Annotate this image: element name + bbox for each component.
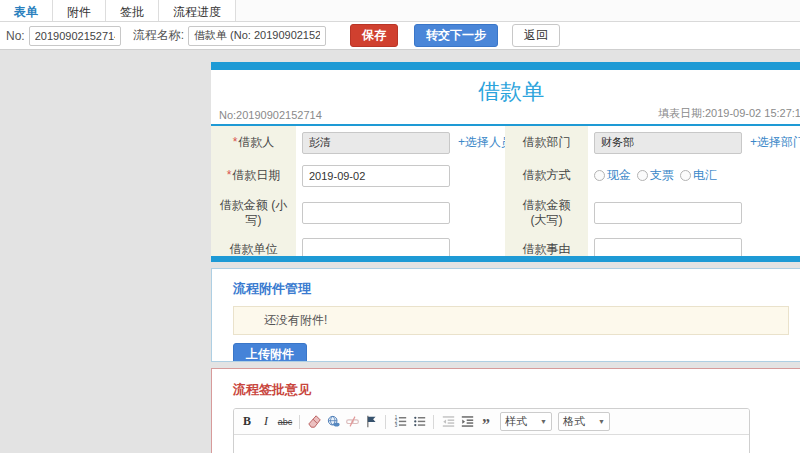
required-mark: * [233, 135, 238, 150]
top-tab-bar: 表单 附件 签批 流程进度 [0, 0, 800, 22]
loan-date-input[interactable] [302, 165, 450, 187]
method-radio-check[interactable]: 支票 [637, 167, 674, 184]
method-radio-cash[interactable]: 现金 [594, 167, 631, 184]
loan-unit-input[interactable] [302, 238, 450, 260]
borrower-input[interactable] [302, 132, 450, 154]
toolbar-separator [299, 415, 300, 429]
doc-number: No:20190902152714 [219, 109, 322, 121]
form-meta-row: No:20190902152714 填表日期:2019-09-02 15:27:… [211, 108, 800, 126]
back-button[interactable]: 返回 [512, 24, 560, 47]
upload-attachment-button[interactable]: 上传附件 [233, 343, 307, 362]
link-icon[interactable] [325, 414, 341, 430]
approval-panel-title: 流程签批意见 [212, 369, 800, 399]
tab-form[interactable]: 表单 [0, 0, 53, 21]
unlink-icon[interactable] [344, 414, 360, 430]
loan-unit-label: 借款单位 [211, 234, 296, 262]
toolbar-separator [433, 415, 434, 429]
tab-approval[interactable]: 签批 [106, 0, 159, 21]
fill-date: 填表日期:2019-09-02 15:27:1 [658, 106, 800, 121]
amount-lower-input[interactable] [302, 202, 450, 224]
radio-icon[interactable] [680, 170, 691, 181]
loan-reason-label: 借款事由 [505, 234, 588, 262]
amount-upper-input[interactable] [594, 202, 742, 224]
radio-icon[interactable] [594, 170, 605, 181]
anchor-flag-icon[interactable] [363, 414, 379, 430]
no-input[interactable] [29, 26, 121, 46]
editor-content-area[interactable] [234, 435, 749, 453]
attachment-panel-title: 流程附件管理 [212, 269, 800, 298]
italic-button[interactable]: I [258, 414, 274, 430]
select-department-link[interactable]: +选择部门 [750, 134, 800, 151]
outdent-icon[interactable] [440, 414, 456, 430]
strikethrough-button[interactable]: abc [277, 414, 293, 430]
amount-lower-label: 借款金额 (小写) [211, 192, 296, 234]
ordered-list-icon[interactable]: 123 [392, 414, 408, 430]
amount-upper-label: 借款金额 (大写) [505, 192, 588, 234]
action-toolbar: No: 流程名称: 保存 转交下一步 返回 [0, 22, 800, 50]
svg-text:3: 3 [394, 423, 397, 428]
save-button[interactable]: 保存 [350, 24, 398, 47]
tab-process-progress[interactable]: 流程进度 [159, 0, 236, 21]
process-name-label: 流程名称: [133, 27, 184, 44]
loan-date-label: * 借款日期 [211, 159, 296, 192]
indent-icon[interactable] [459, 414, 475, 430]
rich-text-editor: B I abc [233, 408, 750, 453]
format-dropdown[interactable]: 格式 ▼ [558, 412, 610, 431]
no-label: No: [6, 29, 25, 43]
approval-panel: 流程签批意见 B I abc [211, 368, 800, 453]
bold-button[interactable]: B [239, 414, 255, 430]
tab-attachments[interactable]: 附件 [53, 0, 106, 21]
toolbar-separator [385, 415, 386, 429]
attachment-panel: 流程附件管理 还没有附件! 上传附件 [211, 268, 800, 362]
blockquote-icon[interactable]: ” [478, 414, 494, 430]
chevron-down-icon: ▼ [540, 418, 547, 425]
chevron-down-icon: ▼ [598, 418, 605, 425]
forward-next-step-button[interactable]: 转交下一步 [414, 24, 498, 47]
unordered-list-icon[interactable] [411, 414, 427, 430]
no-attachment-alert: 还没有附件! [233, 306, 789, 335]
form-grid: * 借款人 +选择人员 借款部门 +选择部门 * 借款日期 借款方式 现金 [211, 126, 800, 262]
department-label: 借款部门 [505, 126, 588, 159]
remove-format-icon[interactable] [306, 414, 322, 430]
borrower-label: * 借款人 [211, 126, 296, 159]
styles-dropdown[interactable]: 样式 ▼ [500, 412, 552, 431]
required-mark: * [227, 168, 232, 183]
loan-reason-input[interactable] [594, 238, 742, 260]
department-input[interactable] [594, 132, 742, 154]
process-name-input[interactable] [188, 26, 326, 46]
loan-form-panel: 借款单 No:20190902152714 填表日期:2019-09-02 15… [211, 62, 800, 262]
loan-method-label: 借款方式 [505, 159, 588, 192]
radio-icon[interactable] [637, 170, 648, 181]
editor-toolbar: B I abc [234, 409, 749, 435]
form-title: 借款单 [211, 70, 800, 108]
method-radio-wire[interactable]: 电汇 [680, 167, 717, 184]
